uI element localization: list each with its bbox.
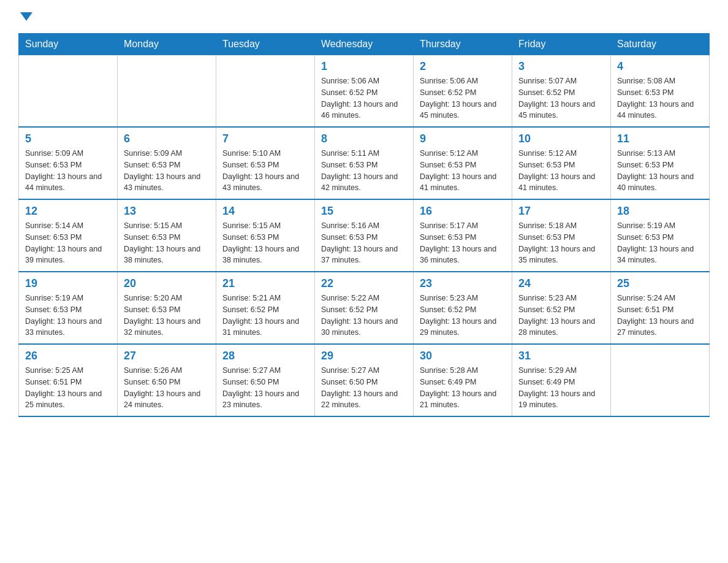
calendar-cell: 17Sunrise: 5:18 AMSunset: 6:53 PMDayligh… [512,199,611,272]
calendar-cell: 11Sunrise: 5:13 AMSunset: 6:53 PMDayligh… [611,127,710,199]
calendar-week-row: 5Sunrise: 5:09 AMSunset: 6:53 PMDaylight… [19,127,710,199]
calendar-week-row: 12Sunrise: 5:14 AMSunset: 6:53 PMDayligh… [19,199,710,272]
col-monday: Monday [118,34,216,55]
day-number: 15 [321,205,407,218]
col-friday: Friday [512,34,611,55]
day-number: 4 [617,60,703,73]
day-info: Sunrise: 5:19 AMSunset: 6:53 PMDaylight:… [617,220,703,266]
day-number: 22 [321,277,407,290]
calendar-cell: 3Sunrise: 5:07 AMSunset: 6:52 PMDaylight… [512,55,611,128]
day-number: 29 [321,350,407,362]
calendar-cell [611,344,710,416]
day-number: 12 [25,205,111,218]
day-number: 21 [222,277,308,290]
calendar-cell: 7Sunrise: 5:10 AMSunset: 6:53 PMDaylight… [216,127,315,199]
day-number: 30 [420,350,506,362]
day-info: Sunrise: 5:16 AMSunset: 6:53 PMDaylight:… [321,220,407,266]
day-number: 28 [222,350,308,362]
calendar-cell: 23Sunrise: 5:23 AMSunset: 6:52 PMDayligh… [414,272,512,344]
calendar-week-row: 19Sunrise: 5:19 AMSunset: 6:53 PMDayligh… [19,272,710,344]
day-number: 10 [518,132,604,145]
day-number: 23 [420,277,506,290]
day-number: 13 [124,205,210,218]
day-number: 18 [617,205,703,218]
calendar-cell [19,55,118,128]
calendar-cell: 16Sunrise: 5:17 AMSunset: 6:53 PMDayligh… [414,199,512,272]
day-number: 9 [420,132,506,145]
day-info: Sunrise: 5:11 AMSunset: 6:53 PMDaylight:… [321,148,407,194]
calendar-cell: 30Sunrise: 5:28 AMSunset: 6:49 PMDayligh… [414,344,512,416]
day-number: 5 [25,132,111,145]
calendar-cell: 20Sunrise: 5:20 AMSunset: 6:53 PMDayligh… [118,272,216,344]
calendar-header-row: Sunday Monday Tuesday Wednesday Thursday… [19,34,710,55]
calendar-cell: 8Sunrise: 5:11 AMSunset: 6:53 PMDaylight… [315,127,414,199]
calendar-cell [118,55,216,128]
calendar-cell: 12Sunrise: 5:14 AMSunset: 6:53 PMDayligh… [19,199,118,272]
calendar-cell: 5Sunrise: 5:09 AMSunset: 6:53 PMDaylight… [19,127,118,199]
day-info: Sunrise: 5:06 AMSunset: 6:52 PMDaylight:… [321,75,407,121]
day-info: Sunrise: 5:06 AMSunset: 6:52 PMDaylight:… [420,75,506,121]
logo-triangle-icon [20,12,32,21]
calendar-cell: 10Sunrise: 5:12 AMSunset: 6:53 PMDayligh… [512,127,611,199]
col-wednesday: Wednesday [315,34,414,55]
calendar-cell: 29Sunrise: 5:27 AMSunset: 6:50 PMDayligh… [315,344,414,416]
day-info: Sunrise: 5:09 AMSunset: 6:53 PMDaylight:… [124,148,210,194]
calendar-cell: 2Sunrise: 5:06 AMSunset: 6:52 PMDaylight… [414,55,512,128]
calendar-cell: 19Sunrise: 5:19 AMSunset: 6:53 PMDayligh… [19,272,118,344]
day-number: 25 [617,277,703,290]
calendar-cell: 22Sunrise: 5:22 AMSunset: 6:52 PMDayligh… [315,272,414,344]
calendar-cell: 31Sunrise: 5:29 AMSunset: 6:49 PMDayligh… [512,344,611,416]
day-info: Sunrise: 5:14 AMSunset: 6:53 PMDaylight:… [25,220,111,266]
calendar-cell: 1Sunrise: 5:06 AMSunset: 6:52 PMDaylight… [315,55,414,128]
day-number: 20 [124,277,210,290]
page-header [18,12,710,21]
day-number: 3 [518,60,604,73]
day-number: 2 [420,60,506,73]
day-number: 14 [222,205,308,218]
day-info: Sunrise: 5:23 AMSunset: 6:52 PMDaylight:… [518,293,604,339]
day-info: Sunrise: 5:17 AMSunset: 6:53 PMDaylight:… [420,220,506,266]
day-number: 6 [124,132,210,145]
day-number: 19 [25,277,111,290]
calendar-week-row: 26Sunrise: 5:25 AMSunset: 6:51 PMDayligh… [19,344,710,416]
calendar-cell: 28Sunrise: 5:27 AMSunset: 6:50 PMDayligh… [216,344,315,416]
day-info: Sunrise: 5:25 AMSunset: 6:51 PMDaylight:… [25,365,111,411]
day-number: 26 [25,350,111,362]
day-info: Sunrise: 5:13 AMSunset: 6:53 PMDaylight:… [617,148,703,194]
day-info: Sunrise: 5:10 AMSunset: 6:53 PMDaylight:… [222,148,308,194]
day-number: 7 [222,132,308,145]
day-info: Sunrise: 5:24 AMSunset: 6:51 PMDaylight:… [617,293,703,339]
day-number: 8 [321,132,407,145]
day-info: Sunrise: 5:26 AMSunset: 6:50 PMDaylight:… [124,365,210,411]
day-number: 31 [518,350,604,362]
day-number: 1 [321,60,407,73]
calendar-cell: 15Sunrise: 5:16 AMSunset: 6:53 PMDayligh… [315,199,414,272]
col-tuesday: Tuesday [216,34,315,55]
day-info: Sunrise: 5:18 AMSunset: 6:53 PMDaylight:… [518,220,604,266]
day-info: Sunrise: 5:12 AMSunset: 6:53 PMDaylight:… [420,148,506,194]
calendar-cell: 27Sunrise: 5:26 AMSunset: 6:50 PMDayligh… [118,344,216,416]
calendar-cell: 18Sunrise: 5:19 AMSunset: 6:53 PMDayligh… [611,199,710,272]
calendar-cell: 4Sunrise: 5:08 AMSunset: 6:53 PMDaylight… [611,55,710,128]
day-info: Sunrise: 5:15 AMSunset: 6:53 PMDaylight:… [222,220,308,266]
day-info: Sunrise: 5:07 AMSunset: 6:52 PMDaylight:… [518,75,604,121]
day-info: Sunrise: 5:19 AMSunset: 6:53 PMDaylight:… [25,293,111,339]
day-info: Sunrise: 5:15 AMSunset: 6:53 PMDaylight:… [124,220,210,266]
day-number: 24 [518,277,604,290]
day-number: 27 [124,350,210,362]
calendar-table: Sunday Monday Tuesday Wednesday Thursday… [18,33,710,417]
calendar-cell: 13Sunrise: 5:15 AMSunset: 6:53 PMDayligh… [118,199,216,272]
day-info: Sunrise: 5:23 AMSunset: 6:52 PMDaylight:… [420,293,506,339]
calendar-cell: 25Sunrise: 5:24 AMSunset: 6:51 PMDayligh… [611,272,710,344]
col-thursday: Thursday [414,34,512,55]
day-info: Sunrise: 5:27 AMSunset: 6:50 PMDaylight:… [321,365,407,411]
col-saturday: Saturday [611,34,710,55]
day-number: 17 [518,205,604,218]
calendar-cell: 24Sunrise: 5:23 AMSunset: 6:52 PMDayligh… [512,272,611,344]
day-info: Sunrise: 5:20 AMSunset: 6:53 PMDaylight:… [124,293,210,339]
day-info: Sunrise: 5:12 AMSunset: 6:53 PMDaylight:… [518,148,604,194]
day-info: Sunrise: 5:08 AMSunset: 6:53 PMDaylight:… [617,75,703,121]
calendar-cell: 9Sunrise: 5:12 AMSunset: 6:53 PMDaylight… [414,127,512,199]
col-sunday: Sunday [19,34,118,55]
calendar-cell: 21Sunrise: 5:21 AMSunset: 6:52 PMDayligh… [216,272,315,344]
